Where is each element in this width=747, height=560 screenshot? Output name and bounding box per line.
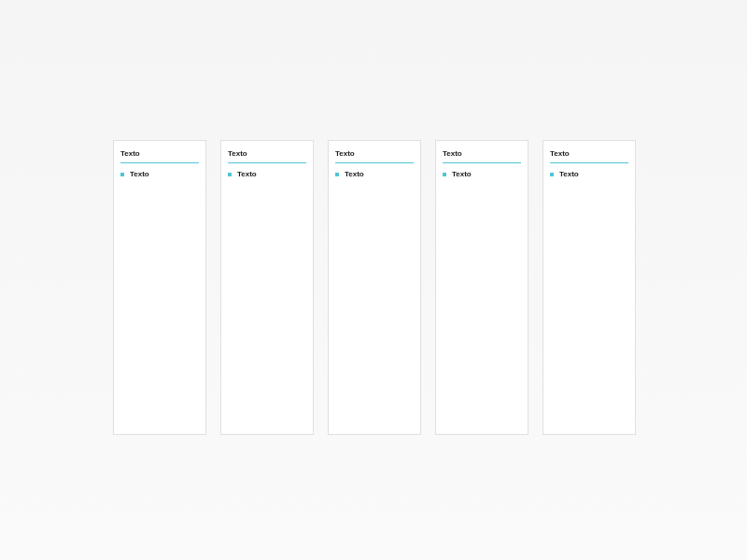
item-label: Texto	[237, 170, 257, 178]
item-label: Texto	[345, 170, 364, 178]
column-title: Texto	[120, 149, 199, 163]
list-item[interactable]: Texto	[443, 170, 521, 178]
list-item[interactable]: Texto	[550, 170, 628, 178]
list-item[interactable]: Texto	[335, 170, 414, 178]
column-title: Texto	[443, 149, 521, 163]
column-title: Texto	[335, 149, 414, 163]
bullet-icon	[120, 173, 124, 176]
item-label: Texto	[452, 170, 472, 178]
bullet-icon	[228, 173, 232, 176]
column[interactable]: Texto Texto	[543, 140, 636, 435]
column[interactable]: Texto Texto	[328, 140, 421, 435]
list-item[interactable]: Texto	[228, 170, 306, 178]
column-title: Texto	[550, 149, 628, 163]
list-item[interactable]: Texto	[120, 170, 199, 178]
item-label: Texto	[130, 170, 149, 178]
bullet-icon	[443, 173, 446, 176]
column[interactable]: Texto Texto	[220, 140, 314, 435]
bullet-icon	[335, 173, 339, 176]
bullet-icon	[550, 173, 554, 176]
kanban-board: Texto Texto Texto Texto Texto Texto Text…	[0, 0, 747, 435]
column[interactable]: Texto Texto	[113, 140, 206, 435]
item-label: Texto	[559, 170, 579, 178]
column[interactable]: Texto Texto	[435, 140, 529, 435]
column-title: Texto	[228, 149, 306, 163]
